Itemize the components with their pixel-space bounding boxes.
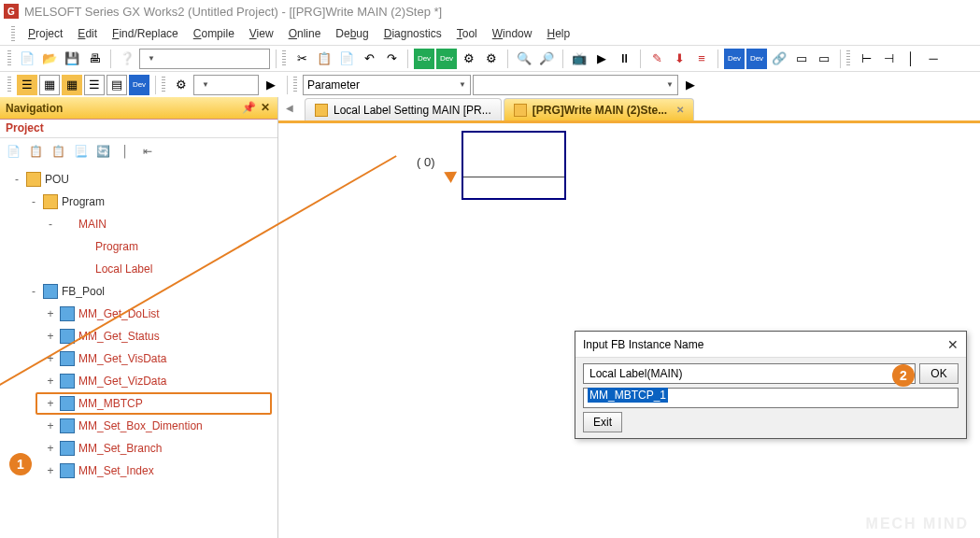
cut-icon[interactable]: ✂ [291,49,312,69]
menu-compile[interactable]: Compile [188,25,240,42]
fb-drop-target[interactable] [462,131,566,200]
undo-icon[interactable]: ↶ [359,49,379,69]
tree-item-program[interactable]: -Program [0,191,277,213]
nav-icon[interactable]: ☰ [17,75,37,95]
dev-icon[interactable]: Dev [746,49,767,69]
refresh-icon[interactable]: 🔄 [93,142,112,161]
close-icon[interactable]: ✕ [947,337,959,352]
copy-icon[interactable]: 📋 [314,49,334,69]
tab--prg-write-main-2-ste-[interactable]: [PRG]Write MAIN (2)Ste...✕ [504,98,694,120]
open-icon[interactable]: 📂 [39,49,60,69]
go-icon[interactable]: ▶ [680,75,701,95]
link-icon[interactable]: 🔗 [769,49,789,69]
param-combo-2[interactable]: ▼ [473,75,678,95]
menu-online[interactable]: Online [283,25,327,42]
paste-icon[interactable]: 📄 [336,49,357,69]
paste-icon[interactable]: 📋 [49,142,67,161]
pin-icon[interactable]: 📌 [242,102,255,115]
tree-item-mm-set-branch[interactable]: +MM_Set_Branch [0,437,277,460]
help-combo[interactable]: ▼ [139,49,270,69]
block-icon[interactable]: ☰ [84,75,105,95]
write-icon[interactable]: ✎ [646,49,667,69]
menu-project[interactable]: Project [22,25,68,42]
ok-button[interactable]: OK [919,363,959,384]
tree-item-mm-get-vizdata[interactable]: +MM_Get_VizData [0,370,277,392]
tree-item-mm-get-visdata[interactable]: +MM_Get_VisData [0,347,277,370]
dev-icon[interactable]: Dev [414,49,434,69]
verify-icon[interactable]: ≡ [691,49,712,69]
module-icon[interactable]: ▭ [814,49,834,69]
monitor-icon[interactable]: ⏸ [614,49,634,69]
expand-icon[interactable]: + [45,442,56,455]
save-icon[interactable]: 💾 [62,49,82,69]
expand-icon[interactable]: + [45,397,56,410]
expand-icon[interactable]: - [45,218,56,231]
menu-help[interactable]: Help [541,25,575,42]
dev-icon[interactable]: Dev [129,75,149,95]
collapse-icon[interactable]: ⇤ [138,142,157,161]
expand-icon[interactable]: + [45,464,56,477]
menu-diag[interactable]: Diagnostics [378,25,447,42]
ladder-icon[interactable]: │ [901,49,921,69]
expand-icon[interactable]: + [45,307,56,320]
menu-edit[interactable]: Edit [72,25,103,42]
menu-find[interactable]: Find/Replace [107,25,184,42]
project-tree[interactable]: -POU-Program-MAINProgramLocal Label-FB_P… [0,164,277,538]
help-icon[interactable]: ❔ [117,49,137,69]
tree-item-fb-pool[interactable]: -FB_Pool [0,280,277,303]
exit-button[interactable]: Exit [583,412,622,432]
tree-item-mm-get-status[interactable]: +MM_Get_Status [0,325,277,347]
block-icon[interactable]: ▦ [62,75,82,95]
block-icon[interactable]: ▤ [107,75,127,95]
tree-item-main[interactable]: -MAIN [0,213,277,235]
menu-window[interactable]: Window [487,25,538,42]
expand-icon[interactable]: - [28,285,39,298]
tree-item-local-label[interactable]: Local Label [0,258,277,280]
prop-icon[interactable]: 📃 [71,142,90,161]
new-icon[interactable]: 📄 [4,142,22,161]
zoom-out-icon[interactable]: 🔎 [536,49,557,69]
module-icon[interactable]: ▭ [791,49,812,69]
ladder-icon[interactable]: ⊣ [878,49,899,69]
monitor-icon[interactable]: 📺 [569,49,589,69]
tree-item-mm-get-dolist[interactable]: +MM_Get_DoList [0,303,277,325]
scope-combo[interactable]: ▼ [193,75,259,95]
instance-name-input[interactable]: MM_MBTCP_1 [583,388,959,408]
monitor-icon[interactable]: ▶ [591,49,612,69]
new-icon[interactable]: 📄 [17,49,37,69]
ladder-icon[interactable]: ─ [923,49,944,69]
param-combo[interactable]: Parameter▼ [303,75,471,95]
close-icon[interactable]: ✕ [676,105,684,115]
menu-debug[interactable]: Debug [330,25,374,42]
redo-icon[interactable]: ↷ [381,49,402,69]
block-icon[interactable]: ▦ [39,75,60,95]
param-icon[interactable]: ⚙ [171,75,192,95]
expand-icon[interactable]: - [11,173,22,186]
tree-item-pou[interactable]: -POU [0,168,277,191]
expand-icon[interactable]: + [45,419,56,432]
tab-local-label-setting-main-pr-[interactable]: Local Label Setting MAIN [PR... [305,98,502,120]
scope-select[interactable]: Local Label(MAIN) ▼ [583,363,916,384]
print-icon[interactable]: 🖶 [84,49,105,69]
expand-icon[interactable]: - [28,195,39,208]
menu-view[interactable]: View [244,25,279,42]
tree-item-mm-mbtcp[interactable]: +MM_MBTCP [0,392,277,415]
zoom-in-icon[interactable]: 🔍 [514,49,534,69]
tree-item-mm-set-box-dimention[interactable]: +MM_Set_Box_Dimention [0,415,277,437]
copy-icon[interactable]: 📋 [26,142,45,161]
read-icon[interactable]: ⬇ [669,49,689,69]
dialog-title-bar[interactable]: Input FB Instance Name ✕ [575,332,966,358]
expand-icon[interactable]: + [45,330,56,343]
ladder-icon[interactable]: ⊢ [856,49,876,69]
dev-icon[interactable]: Dev [724,49,745,69]
go-icon[interactable]: ▶ [261,75,281,95]
menu-tool[interactable]: Tool [451,25,483,42]
expand-icon[interactable]: + [45,352,56,365]
compile-icon[interactable]: ⚙ [459,49,479,69]
expand-icon[interactable]: + [45,375,56,388]
compile-icon[interactable]: ⚙ [481,49,502,69]
close-icon[interactable]: ✕ [259,102,272,115]
dev-icon[interactable]: Dev [436,49,457,69]
tree-item-program[interactable]: Program [0,235,277,258]
tree-item-mm-set-index[interactable]: +MM_Set_Index [0,460,277,482]
